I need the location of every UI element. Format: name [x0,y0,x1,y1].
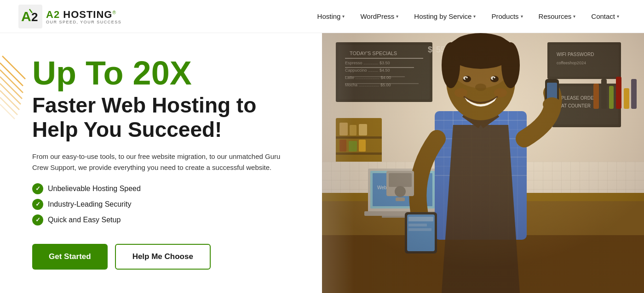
svg-line-5 [0,63,23,86]
svg-rect-117 [322,33,644,293]
hero-right-image: TODAY'S SPECIALS Espresso ............. … [322,33,644,293]
help-me-choose-button[interactable]: Help Me Choose [115,244,211,270]
hero-heading-sub: Faster Web Hosting to Help You Succeed! [32,93,294,142]
nav-item-hosting-by-service[interactable]: Hosting by Service ▾ [408,9,482,24]
svg-line-10 [0,97,17,115]
svg-text:A: A [21,9,31,24]
hero-description: From our easy-to-use tools, to our free … [32,151,294,173]
decorative-lines [0,47,28,120]
features-list: Unbelievable Hosting Speed Industry-Lead… [32,183,294,230]
check-icon [32,183,43,194]
nav-item-wordpress[interactable]: WordPress ▾ [354,9,405,24]
main-content: Up To 20X Faster Web Hosting to Help You… [0,33,644,293]
chevron-down-icon: ▾ [521,14,523,19]
nav-item-resources[interactable]: Resources ▾ [532,9,582,24]
logo[interactable]: A 2 A2 HOSTING® OUR SPEED, YOUR SUCCESS [18,5,121,28]
nav-item-hosting[interactable]: Hosting ▾ [311,9,351,24]
logo-text: A2 HOSTING® OUR SPEED, YOUR SUCCESS [46,9,121,24]
svg-line-7 [0,77,22,99]
hero-heading-large: Up To 20X [32,56,294,90]
chevron-down-icon: ▾ [473,14,476,19]
nav-item-products[interactable]: Products ▾ [485,9,529,24]
header: A 2 A2 HOSTING® OUR SPEED, YOUR SUCCESS … [0,0,644,33]
hero-left: Up To 20X Faster Web Hosting to Help You… [0,33,322,293]
svg-line-11 [0,104,15,119]
check-icon [32,199,43,210]
cafe-illustration: TODAY'S SPECIALS Espresso ............. … [322,33,644,293]
svg-line-6 [0,70,23,93]
chevron-down-icon: ▾ [573,14,575,19]
feature-speed: Unbelievable Hosting Speed [32,183,294,194]
chevron-down-icon: ▾ [396,14,398,19]
cta-buttons: Get Started Help Me Choose [32,244,294,270]
main-nav: Hosting ▾ WordPress ▾ Hosting by Service… [311,9,626,24]
svg-line-8 [0,84,21,104]
check-icon [32,214,43,225]
svg-line-9 [0,90,19,110]
logo-tagline: OUR SPEED, YOUR SUCCESS [46,20,121,24]
chevron-down-icon: ▾ [342,14,345,19]
cafe-scene: TODAY'S SPECIALS Espresso ............. … [322,33,644,293]
nav-item-contact[interactable]: Contact ▾ [585,9,626,24]
feature-setup: Quick and Easy Setup [32,214,294,225]
a2-logo-icon: A 2 [18,5,42,28]
svg-line-4 [2,56,25,79]
feature-security: Industry-Leading Security [32,199,294,210]
chevron-down-icon: ▾ [617,14,619,19]
logo-brand: A2 HOSTING® [46,9,121,21]
get-started-button[interactable]: Get Started [32,244,108,270]
